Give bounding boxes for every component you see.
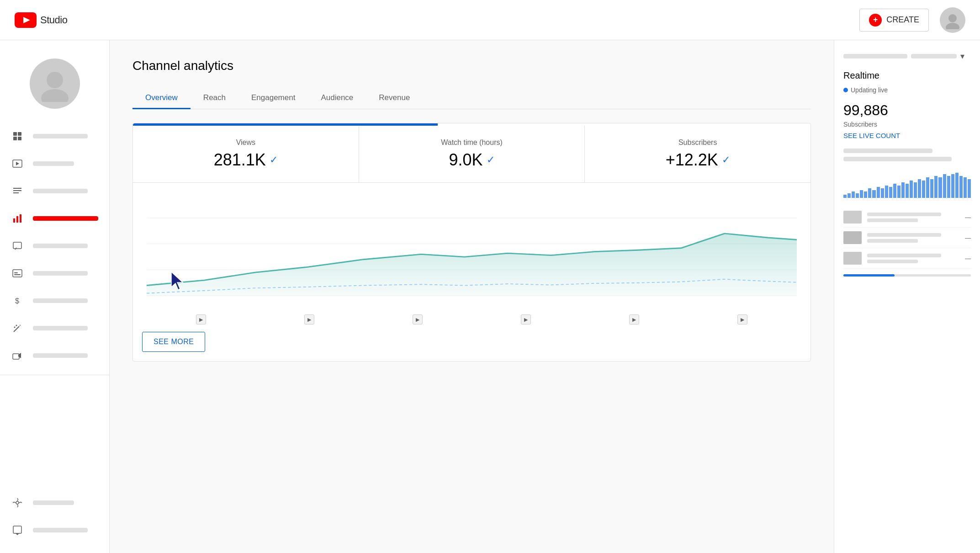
svg-rect-12 bbox=[13, 188, 21, 189]
chart-area bbox=[133, 183, 810, 311]
tab-reach[interactable]: Reach bbox=[191, 87, 238, 109]
svg-rect-6 bbox=[13, 132, 17, 136]
mini-bar-item bbox=[914, 182, 917, 198]
svg-rect-18 bbox=[13, 242, 21, 249]
rp-bar-group-1 bbox=[843, 149, 971, 161]
stat-watch-time: Watch time (hours) 9.0K ✓ bbox=[359, 126, 585, 182]
sidebar-bottom bbox=[0, 489, 109, 544]
svg-rect-28 bbox=[13, 526, 21, 533]
svg-rect-16 bbox=[16, 216, 18, 223]
tab-audience[interactable]: Audience bbox=[308, 87, 366, 109]
chart-marker-4[interactable]: ▶ bbox=[521, 314, 531, 324]
mini-bar-item bbox=[968, 179, 971, 198]
chart-marker-6[interactable]: ▶ bbox=[737, 314, 747, 324]
subscribers-check-icon: ✓ bbox=[722, 154, 730, 166]
rp-item-bar-2b bbox=[867, 239, 918, 243]
mini-bar-item bbox=[881, 188, 884, 198]
sidebar-avatar-section bbox=[0, 49, 109, 122]
mini-bar-item bbox=[897, 186, 901, 198]
rp-list-item-1: — bbox=[843, 207, 971, 228]
svg-marker-29 bbox=[16, 533, 19, 535]
tab-revenue[interactable]: Revenue bbox=[366, 87, 423, 109]
chart-marker-2[interactable]: ▶ bbox=[304, 314, 314, 324]
stats-container: Views 281.1K ✓ Watch time (hours) 9.0K ✓ bbox=[132, 123, 811, 362]
rp-item-bars-1 bbox=[867, 213, 959, 222]
sidebar-item-analytics[interactable] bbox=[0, 205, 109, 232]
svg-point-27 bbox=[16, 501, 19, 504]
rp-item-bars-3 bbox=[867, 254, 959, 263]
sidebar-item-content[interactable] bbox=[0, 150, 109, 177]
sidebar-item-audio[interactable] bbox=[0, 342, 109, 369]
playlists-icon bbox=[11, 185, 24, 197]
stat-subscribers: Subscribers +12.2K ✓ bbox=[585, 126, 810, 182]
svg-point-4 bbox=[47, 72, 63, 88]
chart-marker-1[interactable]: ▶ bbox=[196, 314, 206, 324]
rp-progress-bar-container bbox=[843, 274, 971, 276]
svg-point-25 bbox=[16, 325, 17, 326]
sidebar-playlists-label bbox=[33, 189, 88, 193]
youtube-logo[interactable]: Studio bbox=[15, 12, 67, 28]
see-more-button[interactable]: SEE MORE bbox=[142, 332, 205, 352]
sidebar-comments-label bbox=[33, 244, 88, 248]
mini-bar-item bbox=[922, 181, 925, 198]
sidebar-item-subtitles[interactable] bbox=[0, 260, 109, 287]
avatar-icon bbox=[943, 11, 962, 29]
svg-rect-9 bbox=[18, 137, 21, 140]
mini-bar-item bbox=[910, 181, 913, 198]
mini-bar-item bbox=[856, 193, 859, 198]
svg-marker-11 bbox=[16, 162, 19, 165]
gear-icon bbox=[11, 496, 24, 509]
mini-bar-item bbox=[938, 177, 942, 198]
chart-marker-5[interactable]: ▶ bbox=[629, 314, 639, 324]
mini-bar-item bbox=[872, 190, 875, 198]
mini-bar-item bbox=[877, 187, 880, 198]
create-button[interactable]: + CREATE bbox=[859, 9, 929, 32]
subscriber-count: 99,886 bbox=[843, 102, 971, 119]
mini-bar-item bbox=[918, 179, 921, 198]
see-live-count-link[interactable]: SEE LIVE COUNT bbox=[843, 132, 971, 139]
sidebar-item-customization[interactable] bbox=[0, 314, 109, 342]
chart-marker-3[interactable]: ▶ bbox=[413, 314, 423, 324]
header-right: + CREATE bbox=[859, 7, 965, 33]
mini-bar-item bbox=[901, 182, 905, 198]
date-range-bar-1 bbox=[843, 54, 907, 58]
mini-bar-item bbox=[852, 191, 855, 198]
sidebar-item-monetization[interactable]: $ bbox=[0, 287, 109, 314]
sidebar-avatar[interactable] bbox=[30, 58, 80, 109]
sidebar-item-playlists[interactable] bbox=[0, 177, 109, 205]
chart-svg bbox=[147, 192, 797, 306]
svg-rect-14 bbox=[13, 192, 19, 193]
rp-thumb-3 bbox=[843, 252, 862, 265]
tab-engagement[interactable]: Engagement bbox=[238, 87, 308, 109]
svg-text:$: $ bbox=[15, 297, 19, 305]
live-dot-icon bbox=[843, 88, 848, 92]
watch-time-value: 9.0K ✓ bbox=[373, 150, 571, 170]
mini-bar-item bbox=[843, 195, 847, 198]
tabs-bar: Overview Reach Engagement Audience Reven… bbox=[132, 87, 811, 109]
subscribers-value: +12.2K ✓ bbox=[599, 150, 797, 170]
svg-rect-8 bbox=[13, 137, 17, 140]
mini-bar-item bbox=[885, 186, 888, 198]
mini-bar-item bbox=[906, 184, 909, 198]
rp-item-num-2: — bbox=[965, 234, 971, 241]
sidebar-item-feedback[interactable] bbox=[0, 516, 109, 544]
subscribers-label: Subscribers bbox=[843, 121, 971, 128]
sidebar-item-settings[interactable] bbox=[0, 489, 109, 516]
sidebar-item-comments[interactable] bbox=[0, 232, 109, 260]
main-layout: $ bbox=[0, 40, 980, 553]
mini-bar-item bbox=[959, 176, 963, 198]
sidebar-content-label bbox=[33, 161, 74, 166]
watch-time-check-icon: ✓ bbox=[487, 154, 495, 166]
create-label: CREATE bbox=[886, 15, 919, 25]
date-range-selector[interactable]: ▾ bbox=[843, 51, 971, 61]
chevron-down-icon[interactable]: ▾ bbox=[960, 51, 964, 61]
user-avatar[interactable] bbox=[940, 7, 965, 33]
mini-bar-item bbox=[943, 174, 946, 198]
stat-views: Views 281.1K ✓ bbox=[133, 126, 359, 182]
mini-bar-item bbox=[930, 179, 933, 198]
svg-point-24 bbox=[14, 327, 16, 328]
sidebar-customization-label bbox=[33, 326, 88, 330]
stats-metrics: Views 281.1K ✓ Watch time (hours) 9.0K ✓ bbox=[133, 126, 810, 183]
sidebar-item-dashboard[interactable] bbox=[0, 122, 109, 150]
tab-overview[interactable]: Overview bbox=[132, 87, 191, 109]
